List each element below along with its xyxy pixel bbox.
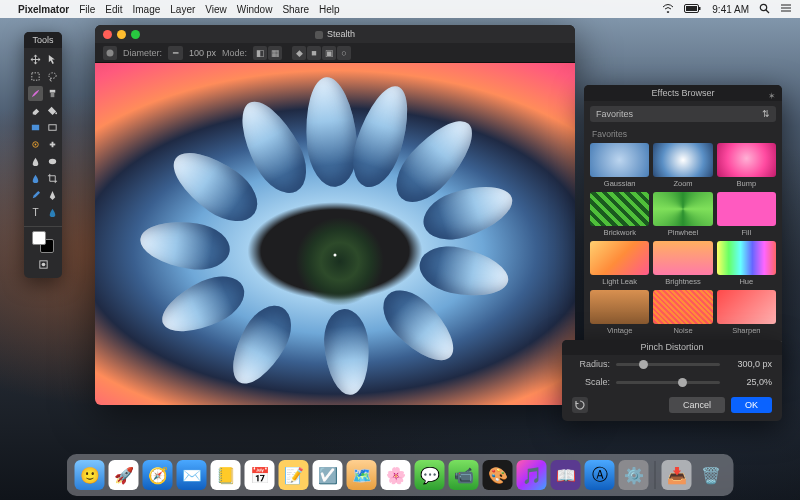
svg-text:T: T: [32, 207, 38, 218]
dock-appstore[interactable]: Ⓐ: [585, 460, 615, 490]
effect-gaussian[interactable]: Gaussian: [590, 143, 649, 188]
window-titlebar[interactable]: Stealth: [95, 25, 575, 43]
lasso-tool[interactable]: [45, 69, 60, 84]
clock[interactable]: 9:41 AM: [712, 4, 749, 15]
menu-image[interactable]: Image: [133, 4, 161, 15]
effect-label: Brightness: [653, 277, 712, 286]
canvas[interactable]: [95, 63, 575, 405]
smudge-tool[interactable]: [28, 154, 43, 169]
dock-mail[interactable]: ✉️: [177, 460, 207, 490]
document-title: Stealth: [95, 29, 575, 39]
shape-tool[interactable]: [45, 120, 60, 135]
dock-reminders[interactable]: ☑️: [313, 460, 343, 490]
effect-vintage[interactable]: Vintage: [590, 290, 649, 335]
battery-icon[interactable]: [684, 4, 702, 15]
dock-messages[interactable]: 💬: [415, 460, 445, 490]
effect-brickwork[interactable]: Brickwork: [590, 192, 649, 237]
dock-ibooks[interactable]: 📖: [551, 460, 581, 490]
menu-share[interactable]: Share: [282, 4, 309, 15]
mode-option-2[interactable]: ▦: [268, 46, 282, 60]
effect-pinwheel[interactable]: Pinwheel: [653, 192, 712, 237]
dock-notes[interactable]: 📝: [279, 460, 309, 490]
dock-preferences[interactable]: ⚙️: [619, 460, 649, 490]
blur-tool[interactable]: [28, 171, 43, 186]
eraser-tool[interactable]: [28, 103, 43, 118]
pixel-brush-tool[interactable]: [45, 86, 60, 101]
dock-pixelmator[interactable]: 🎨: [483, 460, 513, 490]
effect-hue[interactable]: Hue: [717, 241, 776, 286]
svg-point-9: [49, 73, 56, 79]
menu-window[interactable]: Window: [237, 4, 273, 15]
warp-tool[interactable]: [45, 205, 60, 220]
scale-value[interactable]: 25,0%: [726, 377, 772, 387]
svg-rect-18: [52, 142, 54, 148]
effect-fill[interactable]: Fill: [717, 192, 776, 237]
fill-tool[interactable]: [45, 103, 60, 118]
svg-rect-8: [32, 73, 39, 80]
selection-tool[interactable]: [45, 52, 60, 67]
spotlight-icon[interactable]: [759, 3, 770, 16]
svg-rect-2: [699, 7, 701, 10]
effect-bump[interactable]: Bump: [717, 143, 776, 188]
heal-tool[interactable]: [45, 137, 60, 152]
effects-category-dropdown[interactable]: Favorites ⇅: [590, 106, 776, 122]
dock-itunes[interactable]: 🎵: [517, 460, 547, 490]
marquee-tool[interactable]: [28, 69, 43, 84]
menu-file[interactable]: File: [79, 4, 95, 15]
menu-extras-icon[interactable]: [780, 3, 792, 15]
ok-button[interactable]: OK: [731, 397, 772, 413]
effect-noise[interactable]: Noise: [653, 290, 712, 335]
effect-thumbnail: [717, 290, 776, 324]
menu-edit[interactable]: Edit: [105, 4, 122, 15]
wifi-icon[interactable]: [662, 3, 674, 15]
brush-tool[interactable]: [28, 86, 43, 101]
gear-icon[interactable]: ✶: [768, 88, 776, 104]
foreground-color-swatch[interactable]: [32, 231, 46, 245]
align-option-3[interactable]: ▣: [322, 46, 336, 60]
crop-tool[interactable]: [45, 171, 60, 186]
gradient-tool[interactable]: [28, 120, 43, 135]
align-option-4[interactable]: ○: [337, 46, 351, 60]
app-menu[interactable]: Pixelmator: [18, 4, 69, 15]
dock-launchpad[interactable]: 🚀: [109, 460, 139, 490]
align-option-1[interactable]: ◆: [292, 46, 306, 60]
effect-center-handle[interactable]: [334, 253, 337, 256]
radius-slider[interactable]: [616, 363, 720, 366]
clone-tool[interactable]: [28, 137, 43, 152]
dock-trash[interactable]: 🗑️: [696, 460, 726, 490]
text-tool[interactable]: T: [28, 205, 43, 220]
effect-brightness[interactable]: Brightness: [653, 241, 712, 286]
diameter-slider[interactable]: ━: [168, 46, 183, 60]
mode-option-1[interactable]: ◧: [253, 46, 267, 60]
dock-contacts[interactable]: 📒: [211, 460, 241, 490]
menu-layer[interactable]: Layer: [170, 4, 195, 15]
radius-value[interactable]: 300,0 px: [726, 359, 772, 369]
effect-sharpen[interactable]: Sharpen: [717, 290, 776, 335]
menu-help[interactable]: Help: [319, 4, 340, 15]
dock-safari[interactable]: 🧭: [143, 460, 173, 490]
effect-zoom[interactable]: Zoom: [653, 143, 712, 188]
dock-calendar[interactable]: 📅: [245, 460, 275, 490]
scale-slider[interactable]: [616, 381, 720, 384]
reset-button[interactable]: [572, 397, 588, 413]
menu-view[interactable]: View: [205, 4, 227, 15]
align-option-2[interactable]: ■: [307, 46, 321, 60]
effect-light-leak[interactable]: Light Leak: [590, 241, 649, 286]
pen-tool[interactable]: [45, 188, 60, 203]
eyedropper-tool[interactable]: [28, 188, 43, 203]
dock-finder[interactable]: 🙂: [75, 460, 105, 490]
dock-downloads[interactable]: 📥: [662, 460, 692, 490]
tools-palette: Tools T: [24, 32, 62, 278]
diameter-label: Diameter:: [123, 48, 162, 58]
quick-mask-tool[interactable]: [36, 257, 51, 272]
brush-preset-button[interactable]: [103, 46, 117, 60]
cancel-button[interactable]: Cancel: [669, 397, 725, 413]
sponge-tool[interactable]: [45, 154, 60, 169]
dock-facetime[interactable]: 📹: [449, 460, 479, 490]
move-tool[interactable]: [28, 52, 43, 67]
svg-point-22: [41, 263, 45, 267]
dock-photos[interactable]: 🌸: [381, 460, 411, 490]
dock-maps[interactable]: 🗺️: [347, 460, 377, 490]
color-swatches[interactable]: [32, 231, 54, 253]
diameter-value[interactable]: 100 px: [189, 48, 216, 58]
